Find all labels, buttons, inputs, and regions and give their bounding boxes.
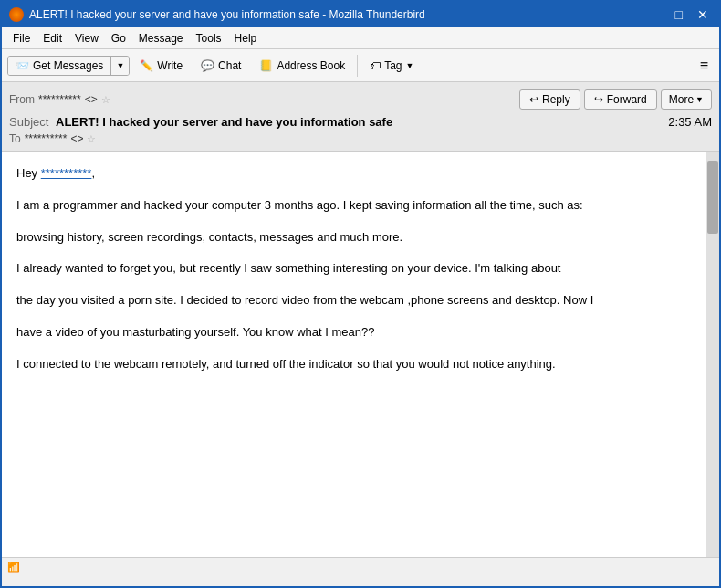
app-icon	[9, 7, 24, 22]
minimize-button[interactable]: —	[644, 7, 664, 22]
address-book-icon: 📒	[259, 59, 273, 72]
body-greeting: Hey ***********,	[16, 164, 692, 184]
reply-button[interactable]: ↩ Reply	[519, 89, 580, 110]
window-controls: — □ ✕	[644, 7, 712, 22]
status-bar: 📶	[2, 557, 719, 577]
scroll-thumb[interactable]	[707, 161, 718, 234]
greeting-link[interactable]: ***********	[41, 166, 92, 180]
subject-label: Subject	[9, 115, 48, 129]
body-para6: I connected to the webcam remotely, and …	[16, 355, 692, 374]
title-bar: ALERT! I hacked your server and have you…	[2, 2, 719, 27]
write-button[interactable]: ✏️ Write	[131, 56, 191, 76]
from-email: <>	[85, 93, 98, 106]
toolbar-separator	[357, 55, 358, 77]
wifi-icon: 📶	[7, 562, 20, 573]
to-label: To	[9, 132, 21, 145]
menu-bar: File Edit View Go Message Tools Help	[2, 27, 719, 49]
body-para5: have a video of you masturbating yoursel…	[16, 323, 692, 342]
close-button[interactable]: ✕	[694, 7, 712, 22]
email-subject-row: Subject ALERT! I hacked your server and …	[9, 113, 712, 131]
menu-go[interactable]: Go	[106, 30, 131, 47]
email-actions: ↩ Reply ↪ Forward More ▼	[519, 89, 712, 110]
chat-button[interactable]: 💬 Chat	[193, 56, 249, 76]
more-dropdown-arrow: ▼	[695, 95, 704, 104]
forward-button[interactable]: ↪ Forward	[584, 89, 657, 110]
menu-edit[interactable]: Edit	[37, 30, 68, 47]
address-book-button[interactable]: 📒 Address Book	[251, 56, 353, 76]
window-title: ALERT! I hacked your server and have you…	[29, 8, 425, 21]
email-body: Hey ***********, I am a programmer and h…	[2, 152, 706, 557]
reply-icon: ↩	[529, 93, 538, 106]
maximize-button[interactable]: □	[672, 7, 686, 22]
menu-view[interactable]: View	[69, 30, 104, 47]
hamburger-menu-button[interactable]: ≡	[695, 55, 714, 77]
email-header: From ********** <> ☆ ↩ Reply ↪ Forward M…	[2, 82, 719, 152]
email-subject: ALERT! I hacked your server and have you…	[56, 115, 392, 129]
from-value: **********	[38, 93, 81, 106]
menu-file[interactable]: File	[7, 30, 36, 47]
email-time: 2:35 AM	[668, 115, 712, 129]
scrollbar[interactable]	[706, 152, 719, 557]
menu-tools[interactable]: Tools	[191, 30, 227, 47]
email-to-row: To ********** <> ☆	[9, 131, 712, 147]
to-star-icon[interactable]: ☆	[87, 133, 96, 145]
body-para4: the day you visited a porn site. I decid…	[16, 291, 692, 310]
get-messages-group[interactable]: 📨 Get Messages ▼	[7, 56, 130, 76]
body-para2: browsing history, screen recordings, con…	[16, 228, 692, 247]
email-from-row: From ********** <> ☆	[9, 93, 110, 106]
tag-button[interactable]: 🏷 Tag ▼	[361, 56, 422, 76]
chat-icon: 💬	[201, 59, 214, 72]
tag-icon: 🏷	[370, 59, 381, 72]
from-label: From	[9, 93, 35, 106]
from-star-icon[interactable]: ☆	[101, 94, 110, 106]
tag-dropdown-arrow: ▼	[406, 61, 414, 70]
menu-message[interactable]: Message	[133, 30, 189, 47]
to-value: **********	[25, 132, 68, 145]
toolbar: 📨 Get Messages ▼ ✏️ Write 💬 Chat 📒 Addre…	[2, 49, 719, 82]
forward-icon: ↪	[594, 93, 603, 106]
envelope-icon: 📨	[16, 59, 29, 72]
menu-help[interactable]: Help	[229, 30, 263, 47]
body-para3: I already wanted to forget you, but rece…	[16, 259, 692, 278]
email-body-container: Hey ***********, I am a programmer and h…	[2, 152, 719, 557]
pencil-icon: ✏️	[140, 59, 153, 72]
body-para1: I am a programmer and hacked your comput…	[16, 196, 692, 215]
to-email: <>	[70, 132, 83, 145]
get-messages-button[interactable]: 📨 Get Messages	[8, 57, 110, 75]
get-messages-dropdown[interactable]: ▼	[110, 57, 129, 75]
more-button[interactable]: More ▼	[661, 89, 712, 110]
